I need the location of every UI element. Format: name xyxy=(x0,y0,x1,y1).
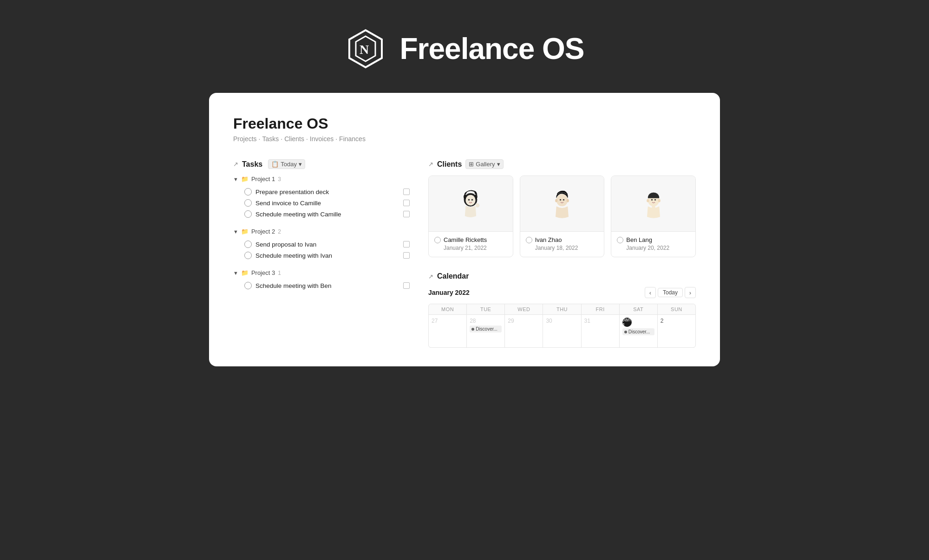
clients-section-title: Clients xyxy=(437,160,462,169)
cal-date-dec30: 30 xyxy=(546,318,578,324)
client-avatar-camille xyxy=(454,188,487,220)
cal-event-label-jan1: Discover... xyxy=(628,329,650,334)
calendar-next-button[interactable]: › xyxy=(685,287,696,298)
nav-projects[interactable]: Projects xyxy=(233,135,257,143)
cal-event-label-dec28: Discover... xyxy=(476,326,497,332)
calendar-header: ↗ Calendar xyxy=(428,272,696,280)
tasks-header: ↗ Tasks 📋 Today ▾ xyxy=(233,159,410,169)
calendar-link-icon[interactable]: ↗ xyxy=(428,273,433,280)
cal-header-sat: Sat xyxy=(620,304,657,314)
task-checkbox-1-1[interactable] xyxy=(403,189,410,195)
calendar-controls: January 2022 ‹ Today › xyxy=(428,287,696,298)
calendar-prev-button[interactable]: ‹ xyxy=(645,287,656,298)
task-group-2: ▼ 📁 Project 2 2 Send proposal to Ivan S xyxy=(233,228,410,261)
task-circle-2-1[interactable] xyxy=(244,241,252,248)
cal-event-dot-dec28 xyxy=(471,328,474,331)
nav-dot-1: · xyxy=(259,135,261,143)
task-item-1-2: Send invoice to Camille xyxy=(233,197,410,208)
cal-cell-dec30[interactable]: 30 xyxy=(543,315,581,347)
task-checkbox-3-1[interactable] xyxy=(403,282,410,289)
task-checkbox-2-2[interactable] xyxy=(403,252,410,259)
cal-cell-dec28[interactable]: 28 Discover... xyxy=(467,315,504,347)
tasks-filter-button[interactable]: 📋 Today ▾ xyxy=(268,159,305,169)
client-date-ivan: January 18, 2022 xyxy=(526,245,599,251)
task-item-2-2: Schedule meeting with Ivan xyxy=(233,250,410,261)
task-group-2-header[interactable]: ▼ 📁 Project 2 2 xyxy=(233,228,410,235)
client-avatar-area-camille xyxy=(429,176,513,232)
svg-point-5 xyxy=(468,199,470,201)
cal-cell-jan1[interactable]: Jan 1 Discover... xyxy=(620,315,657,347)
group-3-name: Project 3 xyxy=(251,269,275,276)
cal-cell-jan2[interactable]: 2 xyxy=(658,315,695,347)
clients-filter-button[interactable]: ⊞ Gallery ▾ xyxy=(465,159,503,169)
svg-point-14 xyxy=(654,199,656,200)
task-label-2-1: Send proposal to Ivan xyxy=(255,241,316,248)
client-name-camille: Camille Ricketts xyxy=(444,236,487,243)
cal-header-sun: Sun xyxy=(658,304,695,314)
task-label-2-2: Schedule meeting with Ivan xyxy=(255,252,332,259)
client-info-ivan: Ivan Zhao January 18, 2022 xyxy=(520,232,604,257)
task-group-1-header[interactable]: ▼ 📁 Project 1 3 xyxy=(233,176,410,182)
task-circle-1-3[interactable] xyxy=(244,210,252,218)
hero-section: N Freelance OS xyxy=(0,0,929,93)
task-group-3-header[interactable]: ▼ 📁 Project 3 1 xyxy=(233,269,410,276)
cal-header-thu: Thu xyxy=(543,304,581,314)
cal-date-dec27: 27 xyxy=(432,318,464,324)
task-circle-1-1[interactable] xyxy=(244,188,252,195)
task-circle-2-2[interactable] xyxy=(244,252,252,259)
svg-point-10 xyxy=(555,199,557,202)
clients-filter-label: Gallery xyxy=(476,161,495,168)
tasks-filter-chevron: ▾ xyxy=(299,161,302,168)
calendar-today-button[interactable]: Today xyxy=(658,288,683,297)
task-checkbox-2-1[interactable] xyxy=(403,241,410,247)
tasks-link-icon[interactable]: ↗ xyxy=(233,161,238,168)
cal-date-jan2: 2 xyxy=(661,318,693,324)
group-1-count: 3 xyxy=(278,176,281,182)
nav-tasks[interactable]: Tasks xyxy=(262,135,279,143)
page-title: Freelance OS xyxy=(233,115,696,132)
cal-event-dec28[interactable]: Discover... xyxy=(470,326,502,332)
clients-section: ↗ Clients ⊞ Gallery ▾ xyxy=(428,159,696,257)
client-status-dot-ben xyxy=(617,237,623,243)
group-2-name: Project 2 xyxy=(251,228,275,235)
cal-date-dec28: 28 xyxy=(470,318,502,324)
svg-point-11 xyxy=(567,199,569,202)
svg-point-7 xyxy=(556,194,568,206)
group-2-count: 2 xyxy=(278,228,281,235)
svg-point-15 xyxy=(647,199,649,202)
group-3-count: 1 xyxy=(278,270,281,276)
nav-invoices[interactable]: Invoices xyxy=(310,135,334,143)
nav-finances[interactable]: Finances xyxy=(339,135,366,143)
clients-grid: Camille Ricketts January 21, 2022 xyxy=(428,176,696,257)
cal-cell-dec27[interactable]: 27 xyxy=(429,315,466,347)
nav-dot-3: · xyxy=(306,135,308,143)
client-date-camille: January 21, 2022 xyxy=(434,245,507,251)
task-item-1-1: Prepare presentation deck xyxy=(233,186,410,197)
client-card-ben[interactable]: Ben Lang January 20, 2022 xyxy=(611,176,696,257)
cal-event-jan1[interactable]: Discover... xyxy=(622,328,654,335)
nav-dot-2: · xyxy=(281,135,282,143)
task-circle-3-1[interactable] xyxy=(244,282,252,289)
client-avatar-area-ivan xyxy=(520,176,604,232)
task-checkbox-1-3[interactable] xyxy=(403,211,410,217)
svg-point-8 xyxy=(560,199,561,200)
client-card-ivan[interactable]: Ivan Zhao January 18, 2022 xyxy=(520,176,605,257)
nav-clients[interactable]: Clients xyxy=(284,135,304,143)
cal-cell-dec29[interactable]: 29 xyxy=(505,315,543,347)
cal-header-wed: Wed xyxy=(505,304,543,314)
client-date-ben: January 20, 2022 xyxy=(617,245,690,251)
folder-icon-3: 📁 xyxy=(241,269,249,276)
client-avatar-ben xyxy=(637,188,670,220)
clients-header: ↗ Clients ⊞ Gallery ▾ xyxy=(428,159,696,169)
clients-link-icon[interactable]: ↗ xyxy=(428,161,433,168)
task-checkbox-1-2[interactable] xyxy=(403,200,410,206)
svg-rect-17 xyxy=(652,205,655,208)
calendar-small-icon: 📋 xyxy=(271,161,279,168)
calendar-section-title: Calendar xyxy=(437,272,469,280)
calendar-section: ↗ Calendar January 2022 ‹ Today › Mon Tu… xyxy=(428,272,696,348)
task-circle-1-2[interactable] xyxy=(244,199,252,207)
client-card-camille[interactable]: Camille Ricketts January 21, 2022 xyxy=(428,176,513,257)
cal-cell-dec31[interactable]: 31 xyxy=(582,315,619,347)
task-group-3: ▼ 📁 Project 3 1 Schedule meeting with Be… xyxy=(233,269,410,291)
folder-icon-1: 📁 xyxy=(241,176,249,182)
